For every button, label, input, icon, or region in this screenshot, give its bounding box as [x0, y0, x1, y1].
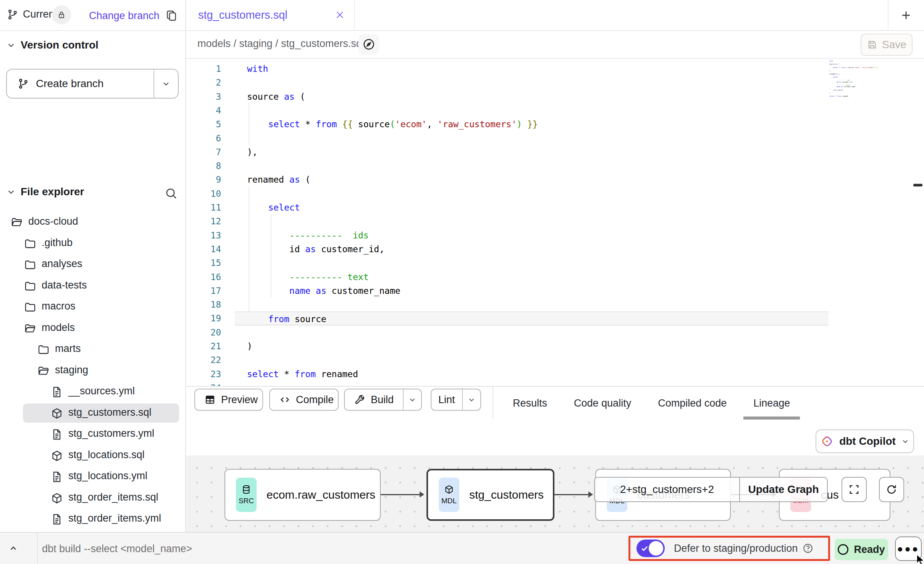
- panel-tab-code-quality[interactable]: Code quality: [574, 387, 631, 420]
- code-line: ): [235, 339, 252, 353]
- panel-tab-lineage[interactable]: Lineage: [753, 387, 790, 420]
- line-number: 15: [210, 256, 221, 270]
- lock-icon: [57, 10, 66, 19]
- tree-item[interactable]: stg_order_items.yml: [0, 509, 185, 529]
- file-icon: [51, 428, 63, 441]
- create-branch-dropdown[interactable]: [153, 70, 178, 98]
- code-line: [235, 159, 252, 173]
- folder-open-icon: [37, 365, 50, 377]
- cube-icon: [51, 492, 63, 504]
- search-icon[interactable]: [164, 186, 178, 200]
- build-button[interactable]: Build: [344, 389, 422, 411]
- breadcrumb: models / staging / stg_customers.sql: [197, 38, 364, 50]
- tab-stg-customers-sql[interactable]: stg_customers.sql: [186, 0, 355, 30]
- command-input[interactable]: [41, 538, 386, 559]
- create-branch-label: Create branch: [36, 78, 103, 90]
- code-line: select * from {{ source('ecom', 'raw_cus…: [235, 117, 538, 131]
- tree-item-label: .github: [42, 237, 73, 249]
- help-icon[interactable]: [802, 543, 814, 554]
- tree-item-label: marts: [55, 343, 81, 355]
- change-branch-link[interactable]: Change branch: [89, 10, 160, 22]
- file-icon: [51, 471, 63, 483]
- panel-tab-results[interactable]: Results: [513, 387, 547, 420]
- dbt-copilot-button[interactable]: dbt Copilot: [816, 429, 914, 453]
- copy-branch-icon[interactable]: [165, 9, 178, 22]
- compile-button[interactable]: Compile: [269, 389, 339, 411]
- lint-dropdown[interactable]: [462, 389, 480, 410]
- refresh-button[interactable]: [879, 477, 904, 502]
- tree-item[interactable]: .github: [0, 234, 185, 254]
- line-number: 1: [216, 62, 221, 76]
- panel-tab-compiled-code[interactable]: Compiled code: [658, 387, 727, 420]
- lint-button[interactable]: Lint: [431, 389, 481, 411]
- tree-item[interactable]: analyses: [0, 255, 185, 275]
- graph-selector-input[interactable]: [595, 478, 739, 501]
- tree-item[interactable]: stg_customers.yml: [0, 425, 185, 444]
- code-line: [235, 76, 252, 90]
- tree-item[interactable]: stg_locations.sql: [0, 446, 185, 466]
- lineage-node-source[interactable]: SRC ecom.raw_customers: [225, 469, 381, 521]
- create-branch-button[interactable]: Create branch: [6, 69, 179, 99]
- tree-item-label: stg_order_items.sql: [68, 491, 158, 503]
- line-number: 4: [216, 104, 221, 118]
- tab-title: stg_customers.sql: [198, 9, 288, 21]
- code-line: name as customer_name: [235, 284, 401, 298]
- defer-toggle[interactable]: [636, 540, 665, 557]
- badge-label: SRC: [239, 497, 254, 505]
- line-number: 20: [210, 326, 221, 340]
- tree-item[interactable]: __sources.yml: [0, 382, 185, 402]
- tree-item[interactable]: models: [0, 319, 185, 339]
- update-graph-button[interactable]: Update Graph: [739, 478, 827, 501]
- code-line: ---------- text: [235, 270, 369, 284]
- fullscreen-button[interactable]: [842, 477, 867, 502]
- tree-item[interactable]: staging: [0, 361, 185, 381]
- line-number: 5: [216, 117, 221, 131]
- lineage-canvas[interactable]: SRC ecom.raw_customers MDL stg_customers…: [186, 455, 924, 533]
- code-line: [235, 131, 252, 146]
- preview-button[interactable]: Preview: [194, 389, 263, 411]
- build-dropdown[interactable]: [403, 389, 421, 410]
- tab-strip-divider: [888, 0, 888, 30]
- tree-item-label: __sources.yml: [68, 385, 135, 397]
- file-explorer-header[interactable]: File explorer: [7, 186, 84, 198]
- copilot-compass-button[interactable]: [359, 34, 379, 55]
- new-tab-button[interactable]: [897, 7, 915, 24]
- dbt-copilot-label: dbt Copilot: [839, 435, 896, 447]
- folder-icon: [37, 344, 50, 356]
- tree-item[interactable]: stg_customers.sql: [0, 404, 185, 423]
- chevron-down-icon: [7, 188, 15, 196]
- status-badge-ready[interactable]: Ready: [835, 539, 888, 560]
- tree-item[interactable]: macros: [0, 297, 185, 317]
- tree-item[interactable]: docs-cloud: [0, 212, 185, 232]
- tree-item[interactable]: data-tests: [0, 276, 185, 296]
- version-control-header[interactable]: Version control: [7, 39, 99, 51]
- minimap[interactable]: with source as ( select * from {{ source…: [829, 60, 880, 102]
- code-editor[interactable]: 123456789101112131415161718192021222324 …: [186, 59, 924, 386]
- badge-label: MDL: [441, 497, 457, 505]
- line-number: 2: [216, 76, 221, 90]
- line-number: 13: [210, 229, 221, 243]
- status-bar: Defer to staging/production Ready ●●●: [0, 532, 924, 564]
- close-icon[interactable]: [334, 9, 346, 21]
- lineage-node-stg-customers[interactable]: MDL stg_customers: [426, 469, 554, 521]
- code-line: source as (: [235, 90, 305, 104]
- scrollbar-thumb[interactable]: [913, 184, 922, 186]
- tree-item[interactable]: stg_order_items.sql: [0, 488, 185, 508]
- code-line: [235, 256, 252, 270]
- current-branch[interactable]: Current: [7, 8, 57, 20]
- folder-open-icon: [24, 323, 36, 335]
- lint-label: Lint: [438, 394, 455, 406]
- tree-item[interactable]: marts: [0, 340, 185, 360]
- code-icon: [279, 394, 291, 405]
- code-line: [235, 214, 252, 229]
- code-line: ---------- ids: [235, 229, 369, 243]
- save-button[interactable]: Save: [861, 34, 913, 56]
- collapse-panel-button[interactable]: [8, 543, 19, 554]
- code-line: select: [235, 201, 300, 215]
- fullscreen-icon: [848, 483, 860, 496]
- tree-item[interactable]: stg_locations.yml: [0, 467, 185, 487]
- tree-item-label: stg_locations.sql: [68, 449, 145, 461]
- code-line: [235, 381, 252, 386]
- tree-item-label: stg_customers.yml: [68, 428, 154, 439]
- preview-label: Preview: [221, 394, 258, 406]
